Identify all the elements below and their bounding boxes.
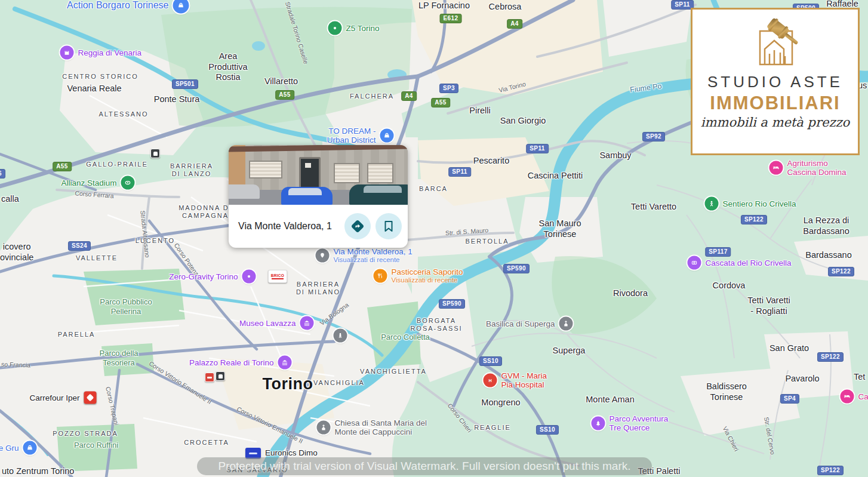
poi-label[interactable]: e Gru <box>0 443 19 453</box>
train-station-icon[interactable] <box>205 373 214 382</box>
place-card[interactable]: Via Monte Valderoa, 1 <box>229 145 408 248</box>
directions-button[interactable] <box>344 213 371 239</box>
map-label: Villaretto <box>264 76 298 87</box>
park-icon[interactable] <box>592 417 605 430</box>
church-icon[interactable] <box>559 317 573 331</box>
map-label: Pirelli <box>469 106 490 116</box>
map-label: Pescarito <box>473 156 509 167</box>
pin-icon[interactable] <box>316 249 330 263</box>
poi[interactable]: BRICO <box>268 270 287 283</box>
poi-label[interactable]: Palazzo Reale di Torino <box>189 358 274 367</box>
poi[interactable]: Palazzo Reale di Torino <box>278 356 292 370</box>
map-label: ALTESSANO <box>99 110 148 118</box>
metro-station-icon[interactable] <box>150 149 160 158</box>
map-label: Mongreno <box>481 398 520 408</box>
poi-label[interactable]: Reggia di Venaria <box>78 48 142 57</box>
poi[interactable] <box>334 329 347 343</box>
poi[interactable]: TO DREAM -Urban District <box>380 129 394 143</box>
poi-label[interactable]: Sentiero Rio Crivella <box>723 199 796 208</box>
poi-label[interactable]: Allianz Stadium <box>61 178 116 187</box>
road-badge: SS24 <box>68 241 91 251</box>
directions-diamond-icon <box>350 219 365 234</box>
h-icon[interactable]: H <box>484 374 497 387</box>
poi[interactable]: Reggia di Venaria <box>60 46 74 60</box>
poi-label[interactable]: Basilica di Superga <box>486 319 555 328</box>
map-label: Tet <box>854 372 865 383</box>
window-blinds <box>249 161 282 179</box>
poi-label[interactable]: Chiesa di Santa Maria delMonte dei Cappu… <box>335 418 427 437</box>
poi[interactable]: Basilica di Superga <box>559 317 573 331</box>
poi[interactable]: Allianz Stadium <box>121 176 135 190</box>
map-label: Sambuy <box>599 150 631 161</box>
poi-label[interactable]: Parco AvventuraTre Querce <box>610 414 669 433</box>
bag-icon[interactable] <box>23 441 37 455</box>
metro-station-icon[interactable] <box>216 371 225 381</box>
brico-store-icon[interactable]: BRICO <box>268 270 287 283</box>
poi-label[interactable]: GVM - MariaPia Hospital <box>501 371 547 390</box>
museum-icon[interactable] <box>278 356 292 370</box>
poi[interactable]: Z5 Torino <box>328 21 342 35</box>
poi-label[interactable]: Cascata del Rio Crivella <box>706 258 792 267</box>
poi[interactable]: Parco AvventuraTre Querce <box>592 417 605 430</box>
food-icon[interactable] <box>374 269 387 283</box>
poi[interactable]: Zero-Gravity Torino <box>242 270 256 284</box>
stadium-icon[interactable] <box>121 176 135 190</box>
map-label: Monte Aman <box>586 395 634 405</box>
map-label: Superga <box>553 346 586 356</box>
map-label: Parco dellaTesoriera <box>99 349 138 368</box>
hiker-icon[interactable] <box>705 197 719 211</box>
map-label: icoveroovinciale <box>0 242 33 263</box>
map-viewport[interactable]: Via Monte Valderoa, 1 <box>0 0 868 477</box>
poi[interactable]: Ca <box>841 390 854 404</box>
watermark-bar: Protected with trial version of Visual W… <box>197 457 652 475</box>
map-label: POZZO STRADA <box>53 430 118 438</box>
poi-label[interactable]: Pasticceria SaporitoVisualizzati di rece… <box>392 267 463 284</box>
save-button[interactable] <box>375 213 402 239</box>
poi[interactable]: Chiesa di Santa Maria delMonte dei Cappu… <box>317 421 331 435</box>
dot-icon[interactable] <box>328 21 342 35</box>
poi[interactable]: Carrefour Iper <box>84 392 97 404</box>
monument-icon[interactable] <box>334 329 347 343</box>
poi-label[interactable]: Via Monte Valderoa, 1Visualizzati di rec… <box>334 247 413 264</box>
poi-label[interactable]: TO DREAM -Urban District <box>327 126 376 145</box>
castle-icon[interactable] <box>60 46 74 60</box>
poi-label[interactable]: Euronics Dimo <box>265 448 318 458</box>
poi[interactable] <box>216 371 225 381</box>
poi-label[interactable]: Action Borgaro Torinese <box>67 0 168 11</box>
poi-label[interactable]: Z5 Torino <box>346 23 380 33</box>
poi[interactable]: Sentiero Rio Crivella <box>705 197 719 211</box>
bag-icon[interactable] <box>380 129 394 143</box>
poi[interactable]: Action Borgaro Torinese <box>173 0 189 14</box>
door-sign <box>305 163 311 168</box>
bed-icon[interactable] <box>769 161 783 175</box>
poi[interactable] <box>205 373 214 382</box>
map-label: Parco Colletta <box>381 333 430 342</box>
camera-icon[interactable] <box>688 256 701 270</box>
road-badge: SP11 <box>448 167 471 177</box>
church-icon[interactable] <box>317 421 331 435</box>
poi[interactable]: Via Monte Valderoa, 1Visualizzati di rec… <box>316 249 330 263</box>
map-label: Venaria Reale <box>67 84 121 94</box>
bookmark-icon <box>382 220 395 233</box>
road-badge: SP122 <box>741 215 767 224</box>
museum-icon[interactable] <box>300 316 314 330</box>
bag-icon[interactable] <box>173 0 189 14</box>
carrefour-store-icon[interactable] <box>84 392 97 404</box>
poi[interactable]: HGVM - MariaPia Hospital <box>484 374 497 387</box>
poi-label[interactable]: Zero-Gravity Torino <box>169 272 238 281</box>
poi-label[interactable]: AgriturismoCascina Domina <box>787 158 847 177</box>
poi[interactable]: Museo Lavazza <box>300 316 314 330</box>
poi-label[interactable]: Carrefour Iper <box>29 393 79 402</box>
dot-icon[interactable] <box>242 270 256 284</box>
place-photo[interactable] <box>229 145 408 205</box>
poi[interactable] <box>150 149 160 158</box>
bed-icon[interactable] <box>841 390 854 404</box>
poi[interactable]: e Gru <box>23 441 37 455</box>
poi-label[interactable]: Museo Lavazza <box>239 318 296 328</box>
poi[interactable]: AgriturismoCascina Domina <box>769 161 783 175</box>
map-label: La Rezza diBardassano <box>803 216 849 236</box>
poi[interactable]: Cascata del Rio Crivella <box>688 256 701 270</box>
poi-label[interactable]: Ca <box>858 392 868 401</box>
car-window <box>364 186 402 193</box>
poi[interactable]: Pasticceria SaporitoVisualizzati di rece… <box>374 269 387 283</box>
